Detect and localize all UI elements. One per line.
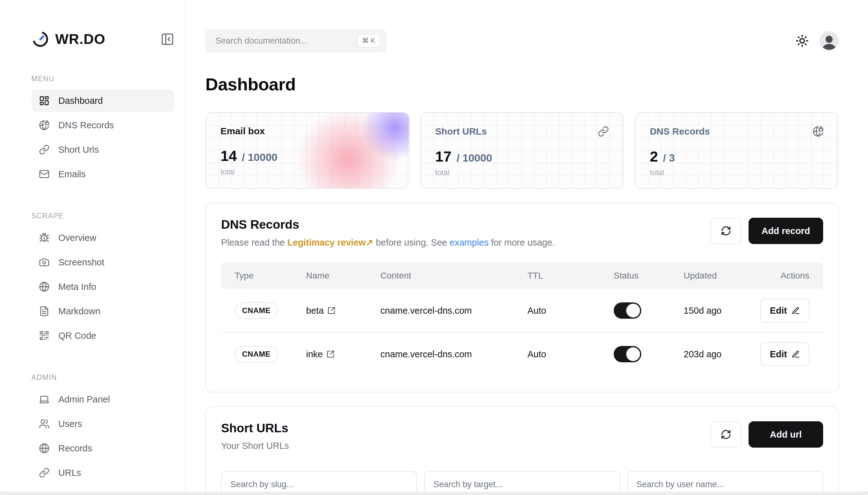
refresh-button[interactable] xyxy=(710,421,742,448)
layout-dashboard-icon xyxy=(39,95,50,106)
stat-limit: / 10000 xyxy=(456,152,492,164)
sidebar-item-urls[interactable]: URLs xyxy=(31,461,174,484)
sidebar-item-screenshot[interactable]: Screenshot xyxy=(31,251,174,274)
topbar: Search documentation... ⌘ K xyxy=(205,30,839,52)
sidebar-item-short-urls[interactable]: Short Urls xyxy=(31,138,174,161)
globe-lock-icon xyxy=(813,126,824,137)
legitimacy-review-link[interactable]: Legitimacy review xyxy=(287,237,366,248)
user-avatar[interactable] xyxy=(819,31,839,51)
main-content: Search documentation... ⌘ K Dashboard Em… xyxy=(186,0,868,492)
search-by-target-input[interactable] xyxy=(424,471,620,492)
sidebar-item-markdown[interactable]: Markdown xyxy=(31,300,174,323)
col-actions: Actions xyxy=(747,271,823,281)
dns-records-section: DNS Records Please read the Legitimacy r… xyxy=(205,203,839,392)
sidebar-item-dashboard[interactable]: Dashboard xyxy=(31,89,174,112)
col-status: Status xyxy=(600,271,670,281)
panel-collapse-icon[interactable] xyxy=(160,32,174,46)
short-urls-title: Short URLs xyxy=(221,421,289,435)
stat-card-email-box: Email box 14 / 10000 total xyxy=(205,112,410,189)
status-toggle[interactable] xyxy=(614,346,641,362)
col-type: Type xyxy=(221,271,293,281)
sidebar-item-emails[interactable]: Emails xyxy=(31,163,174,185)
external-link-icon xyxy=(327,306,335,314)
record-updated: 150d ago xyxy=(670,306,747,316)
edit-button[interactable]: Edit xyxy=(761,342,809,366)
sidebar-item-overview[interactable]: Overview xyxy=(31,226,174,249)
arrow-up-right-icon: ↗ xyxy=(366,237,373,248)
search-shortcut-badge: ⌘ K xyxy=(357,34,380,48)
avatar-person-icon xyxy=(821,33,837,50)
sidebar-item-label: QR Code xyxy=(58,331,96,341)
brand[interactable]: WR.DO xyxy=(31,30,174,48)
link-icon xyxy=(598,126,609,137)
add-record-button[interactable]: Add record xyxy=(748,218,823,244)
toggle-knob xyxy=(626,304,640,318)
short-urls-subtitle: Your Short URLs xyxy=(221,441,289,451)
page-title: Dashboard xyxy=(205,74,839,95)
topbar-actions xyxy=(796,31,839,51)
sidebar-item-label: Dashboard xyxy=(58,96,103,106)
sidebar-item-label: DNS Records xyxy=(58,120,114,131)
url-filters xyxy=(221,471,823,492)
desc-text: Please read the xyxy=(221,237,287,248)
sidebar-item-label: Overview xyxy=(58,233,96,243)
pencil-icon xyxy=(792,350,800,359)
bug-icon xyxy=(39,233,50,243)
edit-label: Edit xyxy=(770,306,787,316)
sidebar-item-label: URLs xyxy=(58,468,81,478)
status-toggle[interactable] xyxy=(614,302,641,319)
search-input[interactable]: Search documentation... ⌘ K xyxy=(205,30,386,52)
col-content: Content xyxy=(367,271,514,281)
refresh-icon xyxy=(721,429,731,440)
stat-limit: / 10000 xyxy=(242,151,277,164)
col-name: Name xyxy=(293,271,367,281)
stat-title: DNS Records xyxy=(650,126,710,137)
sidebar-item-records[interactable]: Records xyxy=(31,437,174,460)
sidebar-section-admin: ADMIN xyxy=(31,373,174,382)
sidebar-item-users[interactable]: Users xyxy=(31,412,174,435)
qr-code-icon xyxy=(39,330,50,341)
sidebar-item-label: Meta Info xyxy=(58,282,96,292)
short-urls-section: Short URLs Your Short URLs Add url xyxy=(205,406,839,492)
search-by-slug-input[interactable] xyxy=(221,471,417,492)
edit-label: Edit xyxy=(770,349,787,359)
sidebar-item-admin-panel[interactable]: Admin Panel xyxy=(31,388,174,411)
sidebar-item-label: Records xyxy=(58,443,92,454)
stat-title: Email box xyxy=(221,126,265,136)
stat-value: 2 xyxy=(650,148,658,165)
sidebar-item-label: Screenshot xyxy=(58,257,104,268)
refresh-button[interactable] xyxy=(710,218,742,244)
search-by-user-name-input[interactable] xyxy=(627,471,823,492)
stat-caption: total xyxy=(650,168,824,177)
desc-text: before using. See xyxy=(373,237,449,248)
stat-value: 17 xyxy=(435,148,452,165)
examples-link[interactable]: examples xyxy=(450,237,489,248)
toggle-knob xyxy=(626,347,640,361)
record-content: cname.vercel-dns.com xyxy=(367,349,514,359)
add-url-button[interactable]: Add url xyxy=(748,421,823,448)
sidebar-item-label: Markdown xyxy=(58,306,100,317)
record-updated: 203d ago xyxy=(670,349,747,359)
sidebar-item-meta-info[interactable]: Meta Info xyxy=(31,275,174,298)
dns-section-title: DNS Records xyxy=(221,218,555,232)
camera-icon xyxy=(39,257,50,268)
record-type-badge: CNAME xyxy=(235,302,278,319)
file-text-icon xyxy=(39,306,50,317)
sidebar-item-label: Emails xyxy=(58,169,86,180)
table-row: CNAME beta cname.vercel-dns.com Auto 150… xyxy=(221,289,823,332)
refresh-icon xyxy=(721,225,731,236)
stat-card-dns-records: DNS Records 2 / 3 total xyxy=(635,112,839,189)
sidebar-item-qr-code[interactable]: QR Code xyxy=(31,324,174,347)
record-name-link[interactable]: inke xyxy=(306,349,335,359)
stat-value: 14 xyxy=(221,147,237,164)
edit-button[interactable]: Edit xyxy=(761,298,809,323)
col-ttl: TTL xyxy=(514,271,600,281)
sun-icon[interactable] xyxy=(796,34,809,47)
globe-icon xyxy=(39,443,50,454)
record-type-badge: CNAME xyxy=(235,346,278,362)
users-icon xyxy=(39,419,50,429)
record-name-link[interactable]: beta xyxy=(306,306,335,316)
sidebar-item-dns-records[interactable]: DNS Records xyxy=(31,114,174,136)
pencil-icon xyxy=(792,306,800,315)
brand-name: WR.DO xyxy=(55,31,105,47)
